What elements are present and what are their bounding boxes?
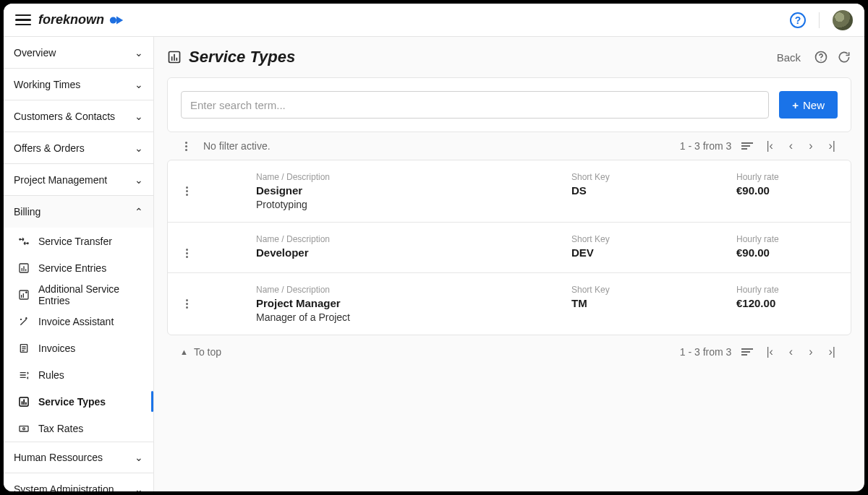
row-menu-icon[interactable] xyxy=(181,184,192,199)
last-page-icon[interactable]: ›| xyxy=(826,344,838,360)
col-label-name: Name / Description xyxy=(256,172,560,182)
svg-rect-12 xyxy=(22,401,23,405)
sidebar-item-label: Service Entries xyxy=(38,262,106,274)
sidebar-item-service-transfer[interactable]: Service Transfer xyxy=(4,228,153,254)
list-options-icon[interactable] xyxy=(180,139,192,154)
last-page-icon[interactable]: ›| xyxy=(826,138,838,154)
row-desc: Manager of a Project xyxy=(256,311,560,323)
first-page-icon[interactable]: |‹ xyxy=(763,344,775,360)
main-content: Service Types Back + New xyxy=(154,37,864,491)
sidebar-item-service-entries[interactable]: Service Entries xyxy=(4,254,153,281)
back-button[interactable]: Back xyxy=(773,48,805,66)
sidebar-section-billing[interactable]: Billing ⌃ xyxy=(4,196,153,228)
sidebar: Overview ⌄ Working Times ⌄ Customers & C… xyxy=(4,37,154,491)
chevron-down-icon: ⌄ xyxy=(135,483,143,491)
rules-icon xyxy=(18,369,30,381)
sidebar-item-rules[interactable]: Rules xyxy=(4,361,153,388)
sidebar-section-working-times[interactable]: Working Times ⌄ xyxy=(4,69,153,100)
prev-page-icon[interactable]: ‹ xyxy=(786,138,796,154)
table-row[interactable]: Name / Description Project Manager Manag… xyxy=(168,272,851,335)
help-icon[interactable]: ? xyxy=(790,12,806,28)
col-label-rate: Hourly rate xyxy=(736,172,838,182)
svg-rect-9 xyxy=(23,293,24,298)
row-rate: €120.00 xyxy=(736,297,838,309)
col-label-rate: Hourly rate xyxy=(736,285,838,295)
sidebar-item-tax-rates[interactable]: Tax Rates xyxy=(4,415,153,442)
filter-status: No filter active. xyxy=(203,140,271,152)
next-page-icon[interactable]: › xyxy=(806,344,815,360)
avatar[interactable] xyxy=(833,10,853,30)
row-key: DS xyxy=(571,184,716,197)
hamburger-menu-icon[interactable] xyxy=(15,14,31,26)
first-page-icon[interactable]: |‹ xyxy=(763,138,775,154)
refresh-icon[interactable] xyxy=(837,50,851,64)
svg-rect-18 xyxy=(171,56,173,61)
sidebar-item-label: Invoice Assistant xyxy=(38,316,114,327)
table-row[interactable]: Name / Description Designer Prototyping … xyxy=(168,160,851,222)
plus-icon: + xyxy=(792,99,799,111)
sidebar-item-additional-service-entries[interactable]: Additional Service Entries xyxy=(4,281,153,308)
svg-rect-13 xyxy=(23,399,25,404)
chevron-down-icon: ⌄ xyxy=(135,142,143,154)
search-input[interactable] xyxy=(181,91,769,119)
next-page-icon[interactable]: › xyxy=(806,138,815,154)
sort-icon[interactable] xyxy=(741,142,753,150)
pager-top: 1 - 3 from 3 |‹ ‹ › ›| xyxy=(680,138,838,154)
sidebar-section-customers[interactable]: Customers & Contacts ⌄ xyxy=(4,100,153,132)
caret-up-icon: ▲ xyxy=(180,348,188,356)
bar-chart-icon xyxy=(18,396,30,408)
svg-rect-15 xyxy=(20,426,28,431)
svg-rect-14 xyxy=(25,402,27,404)
sidebar-section-project-mgmt[interactable]: Project Management ⌄ xyxy=(4,164,153,196)
row-menu-icon[interactable] xyxy=(181,246,192,261)
pager-range: 1 - 3 from 3 xyxy=(680,140,732,152)
sidebar-section-human-resources[interactable]: Human Ressources ⌄ xyxy=(4,442,153,473)
sort-icon[interactable] xyxy=(741,348,753,356)
table-row[interactable]: Name / Description Developer Short Key D… xyxy=(168,222,851,272)
sidebar-item-service-types[interactable]: Service Types xyxy=(4,388,153,415)
brand-name: foreknown xyxy=(38,12,104,27)
svg-point-22 xyxy=(820,60,821,61)
pager-range: 1 - 3 from 3 xyxy=(680,346,732,358)
svg-point-1 xyxy=(20,238,21,240)
chevron-down-icon: ⌄ xyxy=(135,47,143,59)
col-label-name: Name / Description xyxy=(256,234,560,244)
page-title: Service Types xyxy=(189,48,295,66)
bar-chart-icon xyxy=(18,262,30,274)
new-button[interactable]: + New xyxy=(779,91,838,119)
sidebar-section-label: Billing xyxy=(14,206,41,218)
sidebar-item-label: Service Types xyxy=(38,396,106,408)
sidebar-section-label: Human Ressources xyxy=(14,452,103,463)
divider xyxy=(819,12,820,28)
search-card: + New xyxy=(167,77,851,132)
row-menu-icon[interactable] xyxy=(181,296,192,311)
sidebar-section-system-admin[interactable]: System Administration ⌄ xyxy=(4,473,153,491)
svg-rect-4 xyxy=(22,268,22,271)
sidebar-section-offers[interactable]: Offers & Orders ⌄ xyxy=(4,132,153,164)
sidebar-section-overview[interactable]: Overview ⌄ xyxy=(4,37,153,69)
sidebar-item-invoices[interactable]: Invoices xyxy=(4,335,153,361)
row-key: TM xyxy=(571,297,716,309)
prev-page-icon[interactable]: ‹ xyxy=(786,344,796,360)
sidebar-section-label: System Administration xyxy=(14,483,114,491)
svg-rect-19 xyxy=(174,54,175,61)
row-name: Project Manager xyxy=(256,297,560,309)
sidebar-section-label: Working Times xyxy=(14,79,80,90)
bar-chart-plus-icon xyxy=(18,289,30,301)
sidebar-section-label: Overview xyxy=(14,47,56,59)
sidebar-item-invoice-assistant[interactable]: Invoice Assistant xyxy=(4,308,153,335)
row-rate: €90.00 xyxy=(736,246,838,259)
sidebar-section-label: Customers & Contacts xyxy=(14,111,115,122)
row-desc: Prototyping xyxy=(256,199,560,210)
to-top-button[interactable]: To top xyxy=(194,346,221,358)
svg-point-0 xyxy=(110,17,116,23)
sidebar-item-label: Tax Rates xyxy=(38,423,83,434)
svg-rect-6 xyxy=(25,269,26,271)
sidebar-section-label: Project Management xyxy=(14,174,107,186)
row-name: Developer xyxy=(256,246,560,259)
sidebar-item-label: Additional Service Entries xyxy=(38,283,143,306)
help-outline-icon[interactable] xyxy=(814,50,828,64)
chevron-down-icon: ⌄ xyxy=(135,452,143,463)
sidebar-item-label: Service Transfer xyxy=(38,236,112,247)
col-label-rate: Hourly rate xyxy=(736,234,838,244)
